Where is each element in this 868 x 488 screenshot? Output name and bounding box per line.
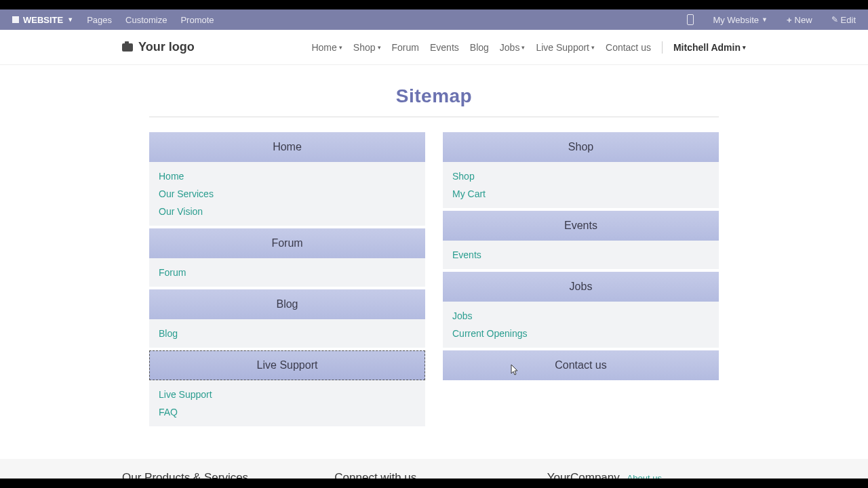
nav-divider [662,41,663,54]
section-link[interactable]: Current Openings [452,325,709,342]
logo[interactable]: Your logo [122,40,195,54]
nav-contact-us[interactable]: Contact us [606,42,651,53]
chevron-down-icon: ▾ [743,44,746,51]
topbar-promote[interactable]: Promote [175,12,219,28]
section-link[interactable]: Live Support [159,386,416,403]
site-navbar: Your logo Home ▾ Shop ▾ Forum Events Blo… [0,30,868,65]
section-link[interactable]: Jobs [452,307,709,325]
section-link[interactable]: Forum [159,264,416,281]
edit-button[interactable]: ✎ Edit [826,12,861,28]
grid-icon [12,16,19,23]
section-link[interactable]: Events [452,246,709,264]
pencil-icon: ✎ [831,15,838,24]
sitemap-section: ShopShopMy Cart [443,132,719,208]
letterbox-top [0,0,868,9]
letterbox-bottom [0,479,868,488]
section-link[interactable]: My Cart [452,185,709,203]
section-body: Forum [149,258,425,287]
chevron-down-icon: ▾ [591,44,595,51]
section-body: ShopMy Cart [443,162,719,208]
sitemap-section: EventsEvents [443,211,719,269]
section-link[interactable]: Shop [452,167,709,185]
section-header[interactable]: Shop [443,132,719,162]
section-body: Live SupportFAQ [149,380,425,426]
section-body: HomeOur ServicesOur Vision [149,162,425,226]
section-body: Events [443,241,719,269]
title-divider [149,117,719,117]
mobile-preview-button[interactable] [682,12,699,28]
section-link[interactable]: Our Vision [159,203,416,220]
new-button[interactable]: + New [781,12,818,28]
section-link[interactable]: Blog [159,325,416,342]
chevron-down-icon: ▼ [67,16,73,23]
sitemap-section: ForumForum [149,228,425,287]
sitemap-grid: HomeHomeOur ServicesOur VisionForumForum… [149,132,719,429]
section-body: Blog [149,319,425,348]
chevron-down-icon: ▼ [762,16,768,23]
nav-live-support[interactable]: Live Support ▾ [536,42,595,53]
sitemap-section: BlogBlog [149,289,425,348]
sitemap-section: Contact us [443,350,719,380]
chevron-down-icon: ▾ [521,44,525,51]
topbar-customize[interactable]: Customize [120,12,172,28]
section-header[interactable]: Jobs [443,272,719,302]
nav-blog[interactable]: Blog [470,42,489,53]
nav-forum[interactable]: Forum [392,42,419,53]
website-menu[interactable]: WEBSITE ▼ [7,12,79,28]
page-title: Sitemap [149,85,719,107]
sitemap-section: JobsJobsCurrent Openings [443,272,719,348]
topbar-pages[interactable]: Pages [81,12,117,28]
page-content: Sitemap HomeHomeOur ServicesOur VisionFo… [0,65,868,443]
nav-shop[interactable]: Shop ▾ [353,42,381,53]
section-header[interactable]: Events [443,211,719,241]
nav-home[interactable]: Home ▾ [311,42,342,53]
nav-jobs[interactable]: Jobs ▾ [500,42,526,53]
sitemap-section: HomeHomeOur ServicesOur Vision [149,132,425,226]
phone-icon [687,14,694,25]
section-header[interactable]: Home [149,132,425,162]
nav-events[interactable]: Events [430,42,459,53]
section-link[interactable]: FAQ [159,403,416,421]
section-body: JobsCurrent Openings [443,302,719,348]
my-website-dropdown[interactable]: My Website ▼ [707,12,773,28]
nav-admin-dropdown[interactable]: Mitchell Admin ▾ [673,42,746,53]
admin-topbar: WEBSITE ▼ Pages Customize Promote My Web… [0,9,868,30]
camera-icon [122,43,133,52]
section-header[interactable]: Live Support [149,350,425,380]
section-link[interactable]: Our Services [159,185,416,203]
chevron-down-icon: ▾ [378,44,381,51]
section-header[interactable]: Forum [149,228,425,258]
plus-icon: + [787,15,792,25]
section-link[interactable]: Home [159,167,416,185]
section-header[interactable]: Blog [149,289,425,319]
sitemap-section: Live SupportLive SupportFAQ [149,350,425,426]
section-header[interactable]: Contact us [443,350,719,380]
chevron-down-icon: ▾ [339,44,342,51]
